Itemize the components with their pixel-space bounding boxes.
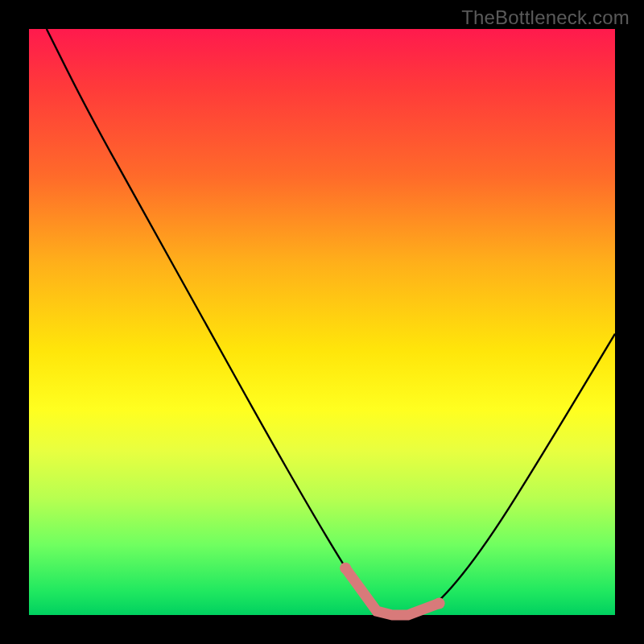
- bottleneck-curve-path: [47, 29, 615, 615]
- bottleneck-curve-svg: [29, 29, 615, 615]
- watermark-text: TheBottleneck.com: [461, 6, 630, 29]
- trough-dot-left: [340, 563, 351, 574]
- trough-highlight: [345, 568, 439, 615]
- plot-area: [29, 29, 615, 615]
- chart-frame: TheBottleneck.com: [0, 0, 644, 644]
- trough-dot-right: [434, 597, 445, 609]
